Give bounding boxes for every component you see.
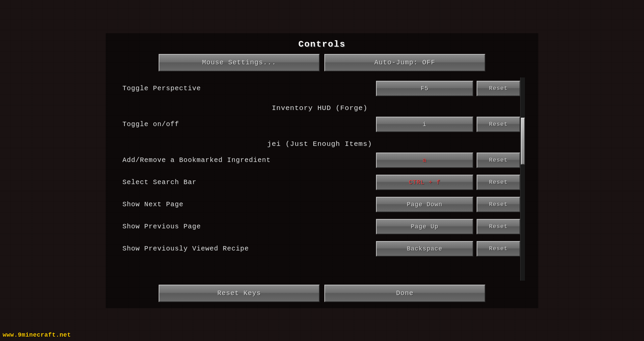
reset-toggle-on-off[interactable]: Reset (477, 117, 520, 132)
settings-list: Toggle Perspective F5 Reset Inventory HU… (119, 77, 520, 281)
label-next-page: Show Next Page (119, 201, 376, 208)
page-title: Controls (106, 33, 538, 54)
label-toggle-perspective: Toggle Perspective (119, 84, 376, 92)
row-search-bar: Select Search Bar CTRL + f Reset (119, 171, 520, 193)
key-prev-page[interactable]: Page Up (376, 219, 473, 234)
auto-jump-button[interactable]: Auto-Jump: OFF (324, 54, 485, 71)
key-next-page[interactable]: Page Down (376, 197, 473, 212)
reset-bookmark[interactable]: Reset (477, 153, 520, 168)
controls-search-bar: CTRL + f Reset (376, 175, 520, 190)
section-header-inventory-hud: Inventory HUD (Forge) (119, 100, 520, 113)
row-prev-recipe: Show Previously Viewed Recipe Backspace … (119, 238, 520, 260)
reset-search-bar[interactable]: Reset (477, 175, 520, 190)
content-area: Toggle Perspective F5 Reset Inventory HU… (106, 77, 538, 281)
scrollbar-thumb[interactable] (521, 118, 525, 165)
label-toggle-on-off: Toggle on/off (119, 120, 376, 128)
controls-toggle-on-off: i Reset (376, 117, 520, 132)
row-prev-page: Show Previous Page Page Up Reset (119, 216, 520, 238)
key-search-bar[interactable]: CTRL + f (376, 175, 473, 190)
label-prev-page: Show Previous Page (119, 223, 376, 230)
key-toggle-perspective[interactable]: F5 (376, 81, 473, 96)
key-bookmark[interactable]: a (376, 153, 473, 168)
reset-keys-button[interactable]: Reset Keys (159, 285, 320, 302)
row-toggle-on-off: Toggle on/off i Reset (119, 113, 520, 135)
controls-bookmark: a Reset (376, 153, 520, 168)
reset-next-page[interactable]: Reset (477, 197, 520, 212)
bottom-button-row: Reset Keys Done (106, 281, 538, 308)
watermark-text: www.9minecraft.net (3, 332, 71, 338)
row-toggle-perspective: Toggle Perspective F5 Reset (119, 77, 520, 100)
key-toggle-on-off[interactable]: i (376, 117, 473, 132)
reset-toggle-perspective[interactable]: Reset (477, 81, 520, 96)
done-button[interactable]: Done (324, 285, 485, 302)
section-header-jei: jei (Just Enough Items) (119, 135, 520, 149)
row-bookmark: Add/Remove a Bookmarked Ingredient a Res… (119, 149, 520, 171)
controls-prev-page: Page Up Reset (376, 219, 520, 234)
top-button-row: Mouse Settings... Auto-Jump: OFF (106, 54, 538, 77)
controls-prev-recipe: Backspace Reset (376, 241, 520, 257)
label-prev-recipe: Show Previously Viewed Recipe (119, 245, 376, 252)
controls-next-page: Page Down Reset (376, 197, 520, 212)
key-prev-recipe[interactable]: Backspace (376, 241, 473, 257)
controls-panel: Controls Mouse Settings... Auto-Jump: OF… (106, 33, 538, 308)
controls-toggle-perspective: F5 Reset (376, 81, 520, 96)
label-search-bar: Select Search Bar (119, 178, 376, 186)
mouse-settings-button[interactable]: Mouse Settings... (159, 54, 320, 71)
scrollbar[interactable] (520, 77, 525, 281)
label-bookmark: Add/Remove a Bookmarked Ingredient (119, 156, 376, 164)
reset-prev-page[interactable]: Reset (477, 219, 520, 234)
row-next-page: Show Next Page Page Down Reset (119, 193, 520, 216)
reset-prev-recipe[interactable]: Reset (477, 241, 520, 257)
